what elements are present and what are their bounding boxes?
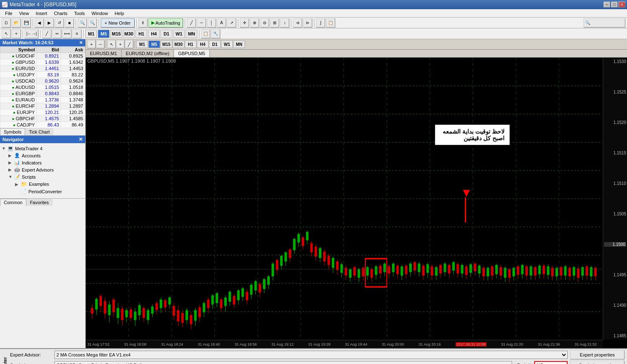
tab-symbols[interactable]: Symbols [0, 128, 25, 135]
chart-type-button[interactable]: 🕯 [138, 18, 148, 28]
tab-tick-chart[interactable]: Tick Chart [25, 128, 54, 135]
tab-eurusd-m2[interactable]: EURUSD,M2 (offline) [122, 50, 174, 57]
minimize-button[interactable]: ─ [604, 2, 610, 8]
zoom-in-button[interactable]: 🔍 [78, 18, 87, 28]
menu-window[interactable]: Window [88, 10, 111, 17]
tab-eurusd-m1[interactable]: EURUSD,M1 [86, 50, 122, 57]
zoom-out2-button[interactable]: ⊖ [260, 18, 269, 28]
grid-button[interactable]: ⊞ [270, 18, 279, 28]
market-watch-row[interactable]: ● EURAUD 1.3736 1.3748 [0, 97, 85, 103]
chart-m1[interactable]: M1 [136, 40, 148, 48]
market-watch-row[interactable]: ● EURGBP 0.8843 0.8846 [0, 91, 85, 97]
chart-line-study[interactable]: ╱ [125, 40, 133, 48]
menu-tools[interactable]: Tools [71, 10, 88, 17]
nav-item-ea[interactable]: ▶ 🤖 Expert Advisors [7, 166, 85, 173]
chart-zoom-out[interactable]: ─ [96, 40, 104, 48]
market-watch-row[interactable]: ● EURCHF 1.2894 1.2897 [0, 103, 85, 109]
market-watch-row[interactable]: ● EURJPY 120.21 120.25 [0, 109, 85, 116]
hline-button[interactable]: ─ [197, 18, 206, 28]
menu-help[interactable]: Help [111, 10, 127, 17]
tl-left-button[interactable]: ⊲ [293, 18, 302, 28]
market-watch-row[interactable]: ● USDCHF 0.8921 0.8925 [0, 53, 85, 59]
open-button[interactable]: 📂 [12, 18, 21, 28]
ea-indicator-button[interactable]: 🔧 [211, 29, 220, 38]
fib-button[interactable]: ≡ [72, 29, 82, 38]
back-button[interactable]: ◀ [35, 18, 44, 28]
maximize-button[interactable]: □ [611, 2, 618, 8]
line-button[interactable]: ╱ [187, 18, 196, 28]
period-dropdown[interactable]: M5 [534, 361, 568, 364]
market-watch-row[interactable]: ● EURUSD 1.4451 1.4453 [0, 66, 85, 72]
market-watch-row[interactable]: ● CADJPY 86.43 86.49 [0, 122, 85, 128]
period-h1[interactable]: H1 [135, 30, 147, 38]
cursor-button[interactable]: ↖ [2, 29, 11, 38]
market-watch-row[interactable]: ● AUDUSD 1.0515 1.0518 [0, 84, 85, 91]
chart-m5[interactable]: M5 [148, 40, 160, 48]
chart-cursor[interactable]: ↖ [107, 40, 116, 48]
template-button[interactable]: 📋 [326, 18, 335, 28]
menu-charts[interactable]: Charts [51, 10, 71, 17]
tab-gbpusd-m5[interactable]: GBPUSD,M5 [174, 50, 210, 57]
zoom-out-button[interactable]: 🔍 [88, 18, 97, 28]
template2-button[interactable]: 📋 [201, 29, 210, 38]
stop-button[interactable]: ■ [65, 18, 74, 28]
period-m30[interactable]: M30 [123, 30, 135, 38]
tab-favorites[interactable]: Favorites [26, 199, 53, 206]
close-button[interactable]: ✕ [619, 2, 625, 8]
chart-d1[interactable]: D1 [209, 40, 221, 48]
line2-button[interactable]: ╱ [42, 29, 51, 38]
text-button[interactable]: A [217, 18, 226, 28]
refresh-button[interactable]: ↺ [55, 18, 64, 28]
chart-h4[interactable]: H4 [197, 40, 209, 48]
chart-m15[interactable]: M15 [161, 40, 172, 48]
nav-item-periodconverter[interactable]: ▶ 📄 PeriodConverter [13, 188, 85, 195]
chart-m30[interactable]: M30 [173, 40, 184, 48]
market-watch-row[interactable]: ● USDCAD 0.9620 0.9624 [0, 78, 85, 84]
market-watch-row[interactable]: ● GBPCHF 1.4575 1.4585 [0, 116, 85, 122]
nav-item-accounts[interactable]: ▶ 👤 Accounts [7, 152, 85, 159]
volume-button[interactable]: ↕ [280, 18, 289, 28]
period-mn[interactable]: MN [186, 30, 197, 38]
chart-cross[interactable]: + [116, 40, 125, 48]
menu-insert[interactable]: Insert [32, 10, 51, 17]
navigator-close[interactable]: ✕ [79, 136, 83, 142]
crosshair-button[interactable]: ✛ [240, 18, 249, 28]
period-h4[interactable]: H4 [148, 30, 160, 38]
ea-dropdown[interactable]: 2 MA Crosses Mega filter EA V1.ex4 [54, 351, 568, 359]
symbol-props-button[interactable]: Symbol properties [570, 361, 624, 364]
market-watch-row[interactable]: ● GBPUSD 1.6339 1.6342 [0, 59, 85, 66]
expert-props-button[interactable]: Expert properties [570, 350, 624, 359]
new-order-button[interactable]: +New Order [101, 18, 135, 28]
arrow-button[interactable]: ↗ [227, 18, 236, 28]
period-m5[interactable]: M5 [98, 30, 110, 38]
market-watch-row[interactable]: ● USDJPY 83.19 83.22 [0, 72, 85, 78]
period-d1[interactable]: D1 [161, 30, 172, 38]
chart[interactable]: GBPUSD,M5 1.1907 1.1908 1.1907 1.1908 [86, 58, 627, 348]
chart-h1[interactable]: H1 [185, 40, 196, 48]
period-m15[interactable]: M15 [110, 30, 122, 38]
menu-view[interactable]: View [16, 10, 33, 17]
chart-zoom-in[interactable]: + [87, 40, 96, 48]
new-button[interactable]: 🗋 [2, 18, 11, 28]
forward-button[interactable]: ▶ [45, 18, 54, 28]
nav-item-scripts[interactable]: ▼ 📝 Scripts [7, 173, 85, 180]
crosshair2-button[interactable]: + [12, 29, 21, 38]
nav-item-indicators[interactable]: ▶ 📊 Indicators [7, 159, 85, 166]
market-watch-close[interactable]: ✕ [79, 40, 83, 46]
period-m1[interactable]: M1 [85, 30, 97, 38]
search-button[interactable]: 🔍 [584, 18, 625, 28]
hline2-button[interactable]: ═ [52, 29, 61, 38]
menu-file[interactable]: File [2, 10, 16, 17]
period-w1[interactable]: W1 [173, 30, 185, 38]
save-button[interactable]: 💾 [22, 18, 31, 28]
expand-button[interactable]: |←→| [25, 29, 38, 38]
tab-common[interactable]: Common [0, 199, 26, 206]
tl-right-button[interactable]: ⊳ [303, 18, 312, 28]
chart-w1[interactable]: W1 [221, 40, 233, 48]
autotrading-button[interactable]: ▶AutoTrading [148, 18, 184, 28]
chart-mn[interactable]: MN [233, 40, 245, 48]
title-bar-controls[interactable]: ─ □ ✕ [604, 2, 625, 8]
indicator-button[interactable]: ∫ [316, 18, 325, 28]
nav-item-root[interactable]: ▼ 💻 MetaTrader 4 [0, 145, 85, 152]
vline-button[interactable]: │ [207, 18, 216, 28]
